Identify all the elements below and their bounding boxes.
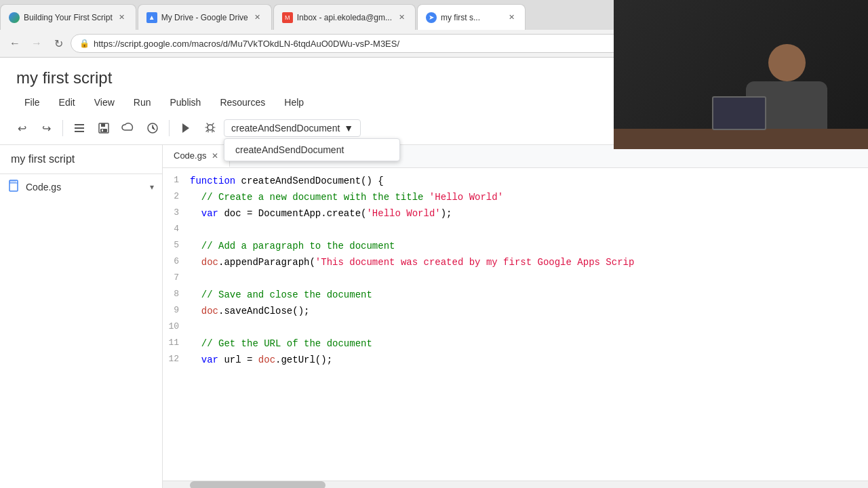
menu-run[interactable]: Run: [125, 93, 159, 112]
save-icon: [98, 122, 110, 134]
file-icon: [8, 180, 20, 195]
editor-tab-label: Code.gs: [174, 150, 206, 161]
line-content-10: [190, 320, 868, 336]
line-num-1: 1: [163, 174, 190, 190]
toolbar-separator-1: [62, 120, 63, 136]
code-line-12: 12 var url = doc.getUrl();: [163, 352, 868, 369]
svg-rect-2: [75, 131, 84, 132]
tab-inbox[interactable]: M Inbox - api.ekoleda@gm... ✕: [273, 4, 416, 30]
sidebar: my first script Code.gs ▾: [0, 145, 163, 488]
code-line-9: 9 doc.saveAndClose();: [163, 304, 868, 320]
code-editor[interactable]: 1 function createAndSendDocument() { 2 /…: [163, 168, 868, 481]
svg-point-9: [208, 125, 213, 130]
line-content-6: doc.appendParagraph('This document was c…: [190, 255, 868, 271]
menu-edit[interactable]: Edit: [51, 93, 83, 112]
tab2-favicon: ▲: [146, 12, 157, 23]
line-num-12: 12: [163, 352, 190, 369]
line-num-4: 4: [163, 222, 190, 239]
list-icon: [73, 122, 85, 134]
play-icon: [180, 122, 192, 134]
line-content-8: // Save and close the document: [190, 287, 868, 304]
editor-tab-code-gs[interactable]: Code.gs ✕: [163, 145, 230, 167]
menu-help[interactable]: Help: [276, 93, 312, 112]
menu-file[interactable]: File: [16, 93, 48, 112]
document-icon: [8, 180, 20, 192]
line-content-12: var url = doc.getUrl();: [190, 352, 868, 369]
code-line-11: 11 // Get the URL of the document: [163, 336, 868, 352]
svg-rect-11: [9, 180, 16, 183]
tab1-close[interactable]: ✕: [117, 12, 127, 23]
line-content-2: // Create a new document with the title …: [190, 190, 868, 206]
sidebar-title: my first script: [0, 145, 162, 174]
tab1-title: Building Your First Script: [24, 13, 113, 22]
line-num-2: 2: [163, 190, 190, 206]
line-num-10: 10: [163, 320, 190, 336]
video-overlay: [614, 0, 868, 149]
tab3-close[interactable]: ✕: [396, 12, 407, 23]
function-selector[interactable]: createAndSendDocument ▼: [224, 119, 361, 137]
function-name: createAndSendDocument: [231, 123, 340, 134]
bug-icon: [204, 122, 216, 134]
tab2-close[interactable]: ✕: [252, 12, 263, 23]
svg-marker-8: [182, 123, 189, 133]
line-num-8: 8: [163, 287, 190, 304]
main-content: my first script Code.gs ▾ Code.gs: [0, 145, 868, 488]
person-head: [768, 44, 806, 81]
line-num-5: 5: [163, 239, 190, 255]
video-content: [614, 0, 868, 149]
tab4-title: my first s...: [441, 13, 502, 22]
back-button[interactable]: ←: [5, 34, 24, 53]
line-content-1: function createAndSendDocument() {: [190, 174, 868, 190]
menu-view[interactable]: View: [86, 93, 123, 112]
file-expand-icon: ▾: [150, 182, 154, 192]
dropdown-arrow-icon: ▼: [344, 123, 353, 134]
code-line-10: 10: [163, 320, 868, 336]
reload-button[interactable]: ↻: [49, 34, 68, 53]
laptop-screen: [712, 96, 766, 130]
tab-my-first-script[interactable]: ➤ my first s... ✕: [417, 4, 526, 30]
undo-button[interactable]: ↩: [11, 117, 33, 139]
line-num-7: 7: [163, 271, 190, 287]
dropdown-item-create[interactable]: createAndSendDocument: [224, 139, 399, 161]
line-num-11: 11: [163, 336, 190, 352]
debug-button[interactable]: [199, 117, 221, 139]
svg-rect-4: [101, 123, 105, 127]
code-line-1: 1 function createAndSendDocument() {: [163, 174, 868, 190]
code-line-5: 5 // Add a paragraph to the document: [163, 239, 868, 255]
tab-building-script[interactable]: Building Your First Script ✕: [0, 4, 136, 30]
code-line-4: 4: [163, 222, 868, 239]
code-line-7: 7: [163, 271, 868, 287]
cloud-icon: [121, 122, 135, 134]
tab3-title: Inbox - api.ekoleda@gm...: [297, 13, 392, 22]
desk-surface: [614, 129, 868, 149]
file-name: Code.gs: [26, 182, 144, 192]
menu-publish[interactable]: Publish: [161, 93, 209, 112]
line-num-6: 6: [163, 255, 190, 271]
sidebar-file-code-gs[interactable]: Code.gs ▾: [0, 174, 162, 200]
line-content-7: [190, 271, 868, 287]
list-button[interactable]: [68, 117, 90, 139]
redo-button[interactable]: ↪: [35, 117, 57, 139]
line-content-3: var doc = DocumentApp.create('Hello Worl…: [190, 206, 868, 222]
editor-tab-close-icon[interactable]: ✕: [212, 151, 218, 161]
function-selector-container: createAndSendDocument ▼ createAndSendDoc…: [224, 119, 361, 137]
cloud-button[interactable]: [117, 117, 139, 139]
history-button[interactable]: [142, 117, 163, 139]
code-editor-area: Code.gs ✕ 1 function createAndSendDocume…: [163, 145, 868, 488]
code-line-2: 2 // Create a new document with the titl…: [163, 190, 868, 206]
forward-button[interactable]: →: [27, 34, 46, 53]
tab4-close[interactable]: ✕: [506, 12, 517, 23]
scrollbar-thumb[interactable]: [190, 481, 326, 488]
function-dropdown: createAndSendDocument: [224, 138, 400, 161]
line-num-3: 3: [163, 206, 190, 222]
line-content-11: // Get the URL of the document: [190, 336, 868, 352]
code-line-3: 3 var doc = DocumentApp.create('Hello Wo…: [163, 206, 868, 222]
run-button[interactable]: [175, 117, 197, 139]
code-line-6: 6 doc.appendParagraph('This document was…: [163, 255, 868, 271]
tab-google-drive[interactable]: ▲ My Drive - Google Drive ✕: [138, 4, 272, 30]
horizontal-scrollbar[interactable]: [163, 481, 868, 488]
save-button[interactable]: [93, 117, 115, 139]
line-num-9: 9: [163, 304, 190, 320]
toolbar-separator-2: [169, 120, 170, 136]
menu-resources[interactable]: Resources: [212, 93, 273, 112]
